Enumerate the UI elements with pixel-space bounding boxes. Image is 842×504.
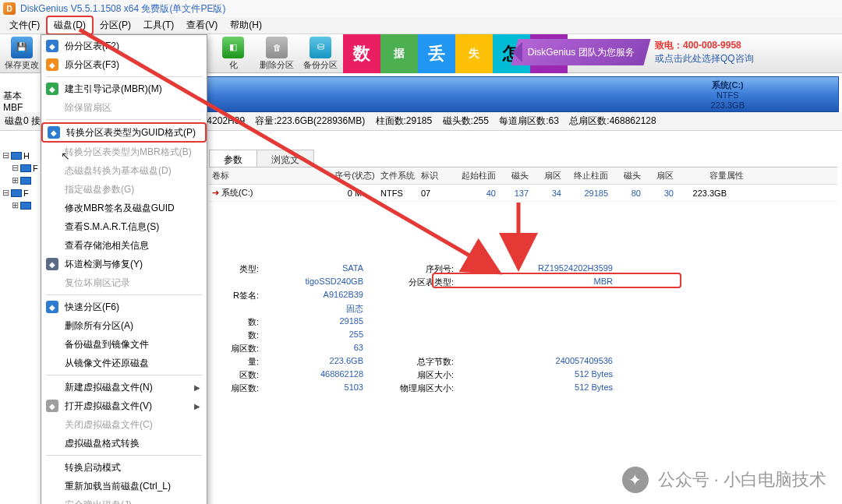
tool-delete-part[interactable]: 🗑 删除分区 xyxy=(255,35,299,72)
menu-item-delete-all[interactable]: 删除所有分区(A) xyxy=(41,316,207,335)
menu-item-convert-to-guid[interactable]: ◆转换分区表类型为GUID格式(P) xyxy=(41,122,207,143)
menu-icon: ◆ xyxy=(48,126,60,139)
menu-item-bad-sector[interactable]: ◆坏道检测与修复(Y) xyxy=(41,255,207,273)
menu-item-restore-ptable[interactable]: ◆原分区表(F3) xyxy=(41,55,207,74)
tool-save[interactable]: 💾 保存更改 xyxy=(0,35,44,72)
highlight-box-mbr xyxy=(432,273,681,288)
menu-item-restore-from-image[interactable]: 从镜像文件还原磁盘 xyxy=(41,354,207,372)
menu-help[interactable]: 帮助(H) xyxy=(224,17,268,33)
window-title: DiskGenius V5.5.1.1508 x64 免费版(单文件PE版) xyxy=(20,2,225,16)
menu-item-quick-part[interactable]: ◆快速分区(F6) xyxy=(41,298,207,316)
format-icon: ◧ xyxy=(222,37,244,58)
partition-label: 系统(C:) NTFS 223.3GB xyxy=(711,80,745,111)
hdd-icon xyxy=(11,189,22,197)
watermark: ✦ 公众号 · 小白电脑技术 xyxy=(622,467,826,493)
hdd-icon xyxy=(11,152,22,160)
menu-file[interactable]: 文件(F) xyxy=(3,17,46,33)
partition-table: 卷标 序号(状态) 文件系统 标识 起始柱面 磁头 扇区 终止柱面 磁头 扇区 … xyxy=(209,167,837,202)
submenu-arrow-icon: ▶ xyxy=(194,383,200,392)
menu-item-open-vdisk[interactable]: ◆打开虚拟磁盘文件(V)▶ xyxy=(41,397,207,415)
menu-item-rebuild-mbr[interactable]: ◆建主引导记录(MBR)(M) xyxy=(41,79,207,98)
submenu-arrow-icon: ▶ xyxy=(194,402,200,411)
menubar: 文件(F) 磁盘(D) 分区(P) 工具(T) 查看(V) 帮助(H) xyxy=(0,17,842,34)
disk-menu-dropdown: ◆份分区表(F2)◆原分区表(F3)◆建主引导记录(MBR)(M)除保留扇区◆转… xyxy=(41,34,207,504)
menu-item-set-disk-params: 指定磁盘参数(G) xyxy=(41,180,207,199)
app-icon: D xyxy=(3,2,16,15)
table-header: 卷标 序号(状态) 文件系统 标识 起始柱面 磁头 扇区 终止柱面 磁头 扇区 … xyxy=(209,167,837,185)
menu-item-convert-boot[interactable]: 转换启动模式 xyxy=(41,458,207,477)
cursor-icon: ↖ xyxy=(61,150,70,162)
menu-item-close-vdisk: 关闭虚拟磁盘文件(C) xyxy=(41,415,207,434)
tool-format[interactable]: ◧ 化 xyxy=(211,35,255,72)
save-icon: 💾 xyxy=(11,37,33,58)
hdd-icon xyxy=(20,177,31,185)
menu-item-backup-to-image[interactable]: 备份磁盘到镜像文件 xyxy=(41,335,207,354)
table-row[interactable]: ➔ 系统(C:) 0 M NTFS 07 40 137 34 29185 80 … xyxy=(209,185,837,202)
menu-view[interactable]: 查看(V) xyxy=(180,17,224,33)
disk-tree[interactable]: ⊟H ⊟F ⊞ ⊟F ⊞ xyxy=(0,145,47,472)
promo-arrow[interactable]: DiskGenius 团队为您服务 xyxy=(511,39,650,65)
wechat-icon: ✦ xyxy=(622,467,649,493)
menu-icon: ◆ xyxy=(46,40,58,52)
titlebar: D DiskGenius V5.5.1.1508 x64 免费版(单文件PE版) xyxy=(0,0,842,17)
menu-item-reset-bad: 复位坏扇区记录 xyxy=(41,273,207,292)
menu-partition[interactable]: 分区(P) xyxy=(94,17,137,33)
menu-item-edit-mbr-sig[interactable]: 修改MBR签名及磁盘GUID xyxy=(41,199,207,217)
menu-item-new-vdisk[interactable]: 新建虚拟磁盘文件(N)▶ xyxy=(41,378,207,397)
menu-item-backup-ptable[interactable]: ◆份分区表(F2) xyxy=(41,37,207,55)
menu-item-view-smart[interactable]: 查看S.M.A.R.T.信息(S) xyxy=(41,217,207,236)
menu-disk[interactable]: 磁盘(D) xyxy=(46,16,94,35)
menu-icon: ◆ xyxy=(46,83,58,95)
menu-icon: ◆ xyxy=(46,58,58,71)
menu-icon: ◆ xyxy=(46,301,58,313)
menu-icon: ◆ xyxy=(46,400,58,412)
promo-text[interactable]: 致电：400-008-9958 或点击此处选择QQ咨询 xyxy=(655,39,754,65)
hdd-icon xyxy=(20,202,31,210)
menu-item-clear-reserved: 除保留扇区 xyxy=(41,98,207,117)
hdd-icon xyxy=(20,164,31,172)
menu-item-dyn-to-basic: 态磁盘转换为基本磁盘(D) xyxy=(41,161,207,180)
strip-left-label: 基本 MBF xyxy=(3,90,23,114)
menu-item-reload-disk[interactable]: 重新加载当前磁盘(Ctrl_L) xyxy=(41,477,207,495)
tool-backup-part[interactable]: ⛁ 备份分区 xyxy=(299,35,342,72)
menu-tools[interactable]: 工具(T) xyxy=(137,17,180,33)
menu-icon: ◆ xyxy=(46,258,58,270)
menu-item-eject-disk: 安全弹出磁盘(J) xyxy=(41,495,207,504)
menu-item-convert-vdisk[interactable]: 虚拟磁盘格式转换 xyxy=(41,434,207,453)
delete-icon: 🗑 xyxy=(266,37,288,58)
menu-item-storage-pool[interactable]: 查看存储池相关信息 xyxy=(41,236,207,255)
backup-icon: ⛁ xyxy=(310,37,331,58)
